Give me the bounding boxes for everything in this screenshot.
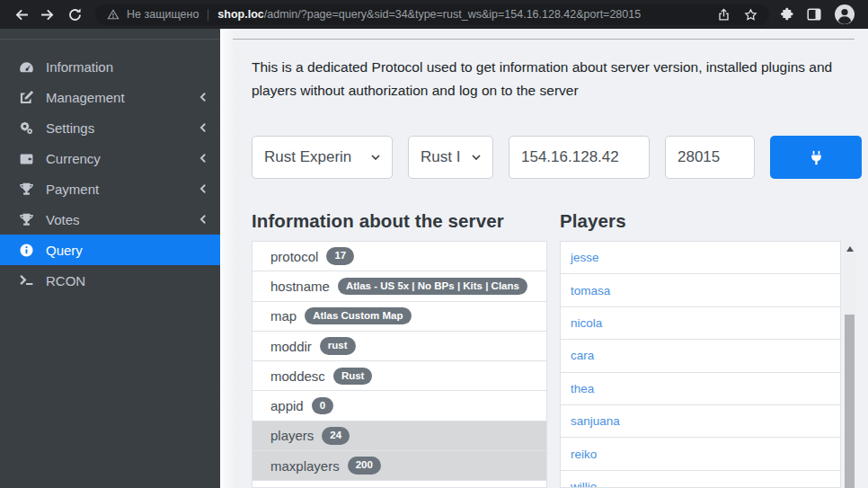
info-value-badge: 17 xyxy=(326,247,354,265)
sidebar-item-management[interactable]: Management xyxy=(0,82,220,112)
main-content: This is a dedicated Protocol used to get… xyxy=(220,29,868,488)
info-key: moddesc xyxy=(270,368,325,384)
sidebar-item-payment[interactable]: Payment xyxy=(0,173,220,204)
plug-icon xyxy=(809,150,824,165)
scrollbar-thumb[interactable] xyxy=(845,315,855,488)
chevron-left-icon xyxy=(199,183,208,194)
info-key: maxplayers xyxy=(270,458,340,474)
forward-icon[interactable] xyxy=(36,3,59,26)
gears-icon xyxy=(16,120,36,136)
sidebar-item-votes[interactable]: Votes xyxy=(0,204,220,235)
sidebar-item-currency[interactable]: Currency xyxy=(0,143,220,173)
info-key: appid xyxy=(270,398,304,413)
player-row: cara xyxy=(561,340,840,372)
info-value-badge: 0 xyxy=(312,397,333,415)
trophy-icon xyxy=(16,212,36,227)
server-info-row: hostnameAtlas - US 5x | No BPs | Kits | … xyxy=(252,271,546,301)
address-bar[interactable]: Не защищено shop.loc /admin/?page=query&… xyxy=(95,4,769,25)
sidebar: InformationManagementSettingsCurrencyPay… xyxy=(0,29,220,488)
player-link[interactable]: nicola xyxy=(571,316,602,330)
server-info-row: protocol17 xyxy=(252,242,546,271)
sidebar-item-label: Payment xyxy=(46,182,99,197)
sidebar-item-label: Information xyxy=(46,59,113,75)
wallet-icon xyxy=(16,151,36,166)
sidebar-menu: InformationManagementSettingsCurrencyPay… xyxy=(0,51,220,296)
info-key: hostname xyxy=(270,279,330,294)
info-icon xyxy=(16,243,36,258)
server-info-row xyxy=(252,481,546,488)
info-value-badge: Atlas Custom Map xyxy=(305,307,411,325)
port-input[interactable] xyxy=(665,136,755,179)
edit-icon xyxy=(16,90,36,105)
player-row: jesse xyxy=(561,242,840,274)
type-select[interactable]: Rust I xyxy=(408,136,493,179)
side-panel-icon[interactable] xyxy=(807,7,821,22)
player-link[interactable]: cara xyxy=(571,349,594,362)
sidebar-item-settings[interactable]: Settings xyxy=(0,112,220,143)
server-info-title: Information about the server xyxy=(252,210,547,232)
share-icon[interactable] xyxy=(717,8,731,22)
chevron-down-icon xyxy=(371,155,380,160)
horizontal-rule xyxy=(233,39,855,40)
browser-toolbar: Не защищено shop.loc /admin/?page=query&… xyxy=(0,0,868,29)
info-key: moddir xyxy=(270,339,312,354)
player-link[interactable]: sanjuana xyxy=(571,414,620,428)
server-info-section: Information about the server protocol17h… xyxy=(252,210,547,232)
reload-icon[interactable] xyxy=(63,3,86,26)
player-link[interactable]: thea xyxy=(571,382,594,395)
scrollbar-up-arrow-icon[interactable] xyxy=(844,241,855,256)
server-info-row: moddirrust xyxy=(252,332,546,361)
server-info-row: appid0 xyxy=(252,391,546,421)
sidebar-item-information[interactable]: Information xyxy=(0,51,220,82)
url-path: /admin/?page=query&sid=34&type=rust_ws&i… xyxy=(264,8,641,21)
chevron-left-icon xyxy=(199,92,208,102)
sidebar-item-label: Query xyxy=(46,243,83,258)
sidebar-item-rcon[interactable]: RCON xyxy=(0,265,220,296)
server-info-row: maxplayers200 xyxy=(252,451,546,481)
player-link[interactable]: reiko xyxy=(571,448,597,461)
page-description: This is a dedicated Protocol used to get… xyxy=(252,56,834,102)
sidebar-item-label: Settings xyxy=(46,120,94,136)
server-info-row: mapAtlas Custom Map xyxy=(252,302,546,332)
player-link[interactable]: willie xyxy=(571,480,597,488)
sidebar-item-label: Currency xyxy=(46,151,101,166)
chevron-left-icon xyxy=(199,214,208,225)
query-form: Rust Experin Rust I xyxy=(252,136,862,179)
players-scrollbar[interactable] xyxy=(844,241,855,488)
tachometer-icon xyxy=(16,59,36,75)
connect-button[interactable] xyxy=(770,136,862,179)
back-icon[interactable] xyxy=(9,3,32,26)
profile-avatar[interactable] xyxy=(834,4,855,25)
info-value-badge: rust xyxy=(320,337,356,355)
info-key: map xyxy=(270,308,297,324)
url-host: shop.loc xyxy=(217,8,263,21)
info-key: players xyxy=(270,428,314,443)
info-value-badge: 200 xyxy=(348,457,381,475)
players-wrap: jessetomasanicolacaratheasanjuanareikowi… xyxy=(560,241,855,488)
info-value-badge: Atlas - US 5x | No BPs | Kits | Clans xyxy=(338,278,527,296)
divider xyxy=(208,9,208,21)
security-label[interactable]: Не защищено xyxy=(127,8,199,21)
ip-input[interactable] xyxy=(509,136,650,179)
player-link[interactable]: tomasa xyxy=(571,284,610,297)
sidebar-item-label: RCON xyxy=(46,273,85,288)
players-section: Players jessetomasanicolacaratheasanjuan… xyxy=(560,210,855,232)
server-info-list: protocol17hostnameAtlas - US 5x | No BPs… xyxy=(252,241,547,488)
sidebar-item-label: Management xyxy=(46,90,125,105)
page: { "browser": { "security_label": "Не защ… xyxy=(0,0,868,488)
chevron-left-icon xyxy=(199,153,208,164)
trophy-icon xyxy=(16,182,36,197)
players-title: Players xyxy=(560,210,855,232)
bookmark-star-icon[interactable] xyxy=(744,8,757,22)
sidebar-item-query[interactable]: Query xyxy=(0,235,220,265)
terminal-icon xyxy=(16,273,36,288)
player-row: nicola xyxy=(561,307,840,340)
player-row: sanjuana xyxy=(561,405,840,438)
player-row: willie xyxy=(561,471,840,488)
player-link[interactable]: jesse xyxy=(571,251,599,264)
sidebar-item-label: Votes xyxy=(46,212,80,227)
chevron-left-icon xyxy=(199,122,208,133)
info-key: protocol xyxy=(270,249,318,264)
extensions-puzzle-icon[interactable] xyxy=(780,7,794,22)
game-select[interactable]: Rust Experin xyxy=(252,136,393,179)
